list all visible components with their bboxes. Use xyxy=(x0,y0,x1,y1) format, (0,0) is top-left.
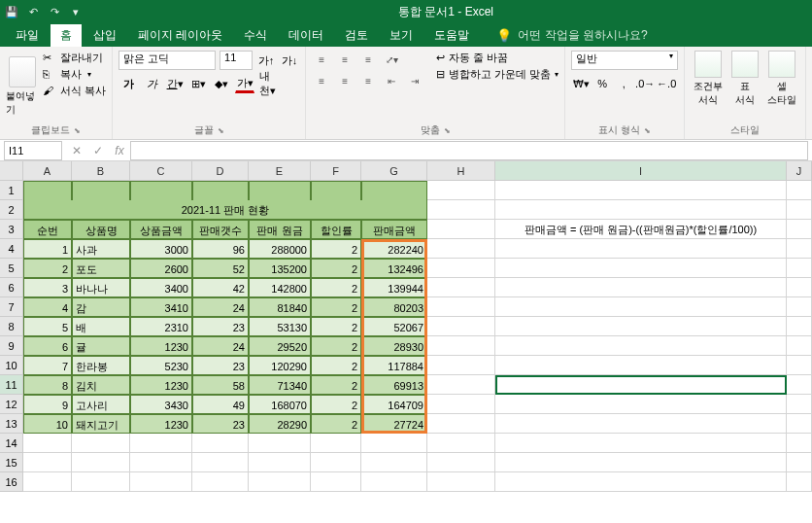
table-cell[interactable]: 10 xyxy=(23,414,72,434)
table-cell[interactable]: 2 xyxy=(311,278,361,297)
cell[interactable] xyxy=(427,356,495,375)
table-header[interactable]: 상품금액 xyxy=(130,220,192,239)
formula-input[interactable] xyxy=(130,141,808,160)
redo-icon[interactable]: ↷ xyxy=(47,4,62,19)
cell[interactable] xyxy=(72,181,130,200)
table-cell[interactable]: 288000 xyxy=(249,239,311,259)
cell[interactable] xyxy=(787,472,812,492)
alignment-launcher-icon[interactable]: ⬊ xyxy=(444,126,451,135)
table-cell[interactable]: 귤 xyxy=(72,336,130,356)
increase-font-button[interactable]: 가↑ xyxy=(256,51,276,70)
table-cell[interactable]: 49 xyxy=(192,395,249,414)
indent-increase-button[interactable]: ⇥ xyxy=(405,72,424,89)
cell[interactable] xyxy=(787,181,812,200)
align-top-button[interactable]: ≡ xyxy=(312,51,331,68)
table-cell[interactable]: 3400 xyxy=(130,278,192,297)
cell[interactable] xyxy=(495,395,787,414)
col-header[interactable]: I xyxy=(495,161,787,180)
row-header[interactable]: 11 xyxy=(0,375,23,395)
font-color-button[interactable]: 가▾ xyxy=(235,74,254,93)
tellme-box[interactable]: 💡 어떤 작업을 원하시나요? xyxy=(496,27,647,44)
table-cell[interactable]: 96 xyxy=(192,239,249,259)
cell[interactable] xyxy=(787,375,812,395)
table-cell[interactable]: 2 xyxy=(311,395,361,414)
table-cell[interactable]: 23 xyxy=(192,356,249,375)
table-cell[interactable]: 28930 xyxy=(361,336,427,356)
table-cell[interactable]: 감 xyxy=(72,297,130,317)
table-cell[interactable]: 고사리 xyxy=(72,395,130,414)
table-cell[interactable]: 3410 xyxy=(130,297,192,317)
table-cell[interactable]: 1230 xyxy=(130,336,192,356)
table-format-button[interactable]: 표 서식 xyxy=(727,51,762,107)
table-cell[interactable]: 1230 xyxy=(130,414,192,434)
save-icon[interactable]: 💾 xyxy=(4,4,19,19)
table-cell[interactable]: 1230 xyxy=(130,375,192,395)
paste-button[interactable]: 붙여넣기 xyxy=(6,51,39,122)
align-right-button[interactable]: ≡ xyxy=(358,72,378,89)
table-cell[interactable]: 168070 xyxy=(249,395,311,414)
align-middle-button[interactable]: ≡ xyxy=(335,51,355,68)
cell[interactable] xyxy=(361,472,427,492)
tab-file[interactable]: 파일 xyxy=(6,24,49,47)
table-cell[interactable]: 23 xyxy=(192,317,249,336)
table-cell[interactable]: 120290 xyxy=(249,356,311,375)
row-header[interactable]: 10 xyxy=(0,356,23,375)
font-name-select[interactable]: 맑은 고딕 xyxy=(118,51,216,70)
cell[interactable] xyxy=(311,472,361,492)
table-cell[interactable]: 2 xyxy=(311,356,361,375)
cell[interactable] xyxy=(495,336,787,356)
tab-review[interactable]: 검토 xyxy=(335,24,378,47)
table-cell[interactable]: 9 xyxy=(23,395,72,414)
tab-help[interactable]: 도움말 xyxy=(424,24,479,47)
table-cell[interactable]: 2 xyxy=(311,336,361,356)
row-header[interactable]: 5 xyxy=(0,259,23,278)
percent-button[interactable]: % xyxy=(592,74,612,93)
merge-center-button[interactable]: ⊟병합하고 가운데 맞춤▾ xyxy=(436,67,558,82)
table-header[interactable]: 상품명 xyxy=(72,220,130,239)
comma-button[interactable]: , xyxy=(614,74,633,93)
table-cell[interactable]: 사과 xyxy=(72,239,130,259)
table-cell[interactable]: 69913 xyxy=(361,375,427,395)
tab-data[interactable]: 데이터 xyxy=(279,24,333,47)
table-cell[interactable]: 6 xyxy=(23,336,72,356)
cell[interactable] xyxy=(427,317,495,336)
row-header[interactable]: 15 xyxy=(0,453,23,472)
cell[interactable] xyxy=(787,278,812,297)
cell[interactable] xyxy=(427,200,495,220)
cell[interactable] xyxy=(427,259,495,278)
table-header[interactable]: 할인률 xyxy=(311,220,361,239)
select-all-corner[interactable] xyxy=(0,161,23,180)
decrease-font-button[interactable]: 가↓ xyxy=(280,51,299,70)
cell[interactable] xyxy=(787,336,812,356)
table-cell[interactable]: 포도 xyxy=(72,259,130,278)
table-cell[interactable]: 132496 xyxy=(361,259,427,278)
font-launcher-icon[interactable]: ⬊ xyxy=(218,126,224,135)
cell[interactable] xyxy=(130,453,192,472)
tab-home[interactable]: 홈 xyxy=(51,24,82,47)
row-header[interactable]: 12 xyxy=(0,395,23,414)
cell[interactable] xyxy=(787,220,812,239)
currency-button[interactable]: ₩▾ xyxy=(571,74,591,93)
table-cell[interactable]: 8 xyxy=(23,375,72,395)
cell[interactable] xyxy=(427,395,495,414)
cell[interactable] xyxy=(787,414,812,434)
cell[interactable] xyxy=(427,472,495,492)
cell[interactable] xyxy=(495,414,787,434)
cell[interactable] xyxy=(495,278,787,297)
table-cell[interactable]: 142800 xyxy=(249,278,311,297)
col-header[interactable]: H xyxy=(427,161,495,180)
cell[interactable] xyxy=(249,453,311,472)
cell[interactable] xyxy=(361,181,427,200)
cell[interactable] xyxy=(787,259,812,278)
cell[interactable] xyxy=(72,434,130,453)
cell[interactable] xyxy=(427,239,495,259)
table-cell[interactable]: 135200 xyxy=(249,259,311,278)
table-cell[interactable]: 80203 xyxy=(361,297,427,317)
indent-decrease-button[interactable]: ⇤ xyxy=(382,72,401,89)
table-header[interactable]: 판매 원금 xyxy=(249,220,311,239)
fx-button[interactable]: fx xyxy=(109,144,130,157)
cell[interactable] xyxy=(787,239,812,259)
fill-color-button[interactable]: ◆▾ xyxy=(212,74,231,93)
table-cell[interactable]: 71340 xyxy=(249,375,311,395)
cell[interactable] xyxy=(427,220,495,239)
